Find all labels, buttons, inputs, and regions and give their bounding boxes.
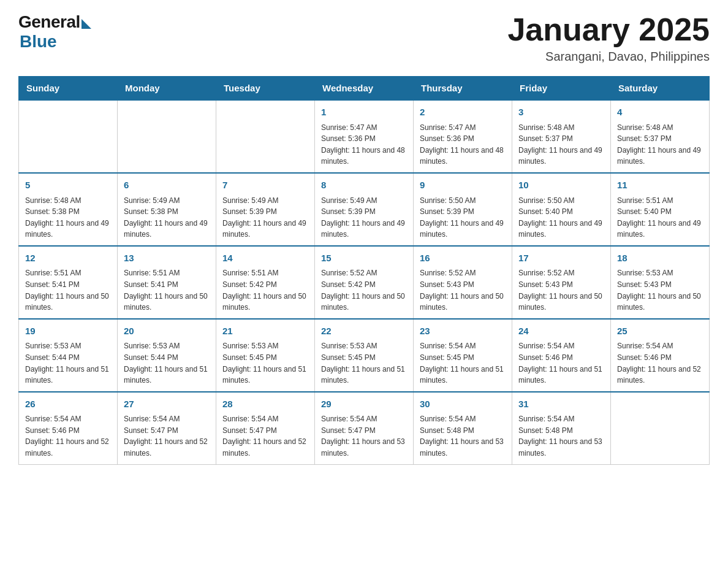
day-number: 4 [617,105,703,120]
day-info: Sunrise: 5:53 AMSunset: 5:44 PMDaylight:… [124,340,210,386]
calendar-cell: 1Sunrise: 5:47 AMSunset: 5:36 PMDaylight… [315,100,414,173]
calendar-header-thursday: Thursday [414,77,512,101]
calendar-week-1: 1Sunrise: 5:47 AMSunset: 5:36 PMDaylight… [19,100,710,173]
day-number: 1 [321,105,407,120]
day-number: 28 [222,397,308,412]
day-number: 26 [25,397,111,412]
logo-arrow-icon [82,19,91,29]
calendar-header-row: SundayMondayTuesdayWednesdayThursdayFrid… [19,77,710,101]
day-number: 29 [321,397,407,412]
month-title: January 2025 [507,12,710,47]
calendar-cell: 21Sunrise: 5:53 AMSunset: 5:45 PMDayligh… [216,319,315,392]
calendar-week-5: 26Sunrise: 5:54 AMSunset: 5:46 PMDayligh… [19,392,710,464]
day-number: 8 [321,178,407,193]
calendar-cell: 2Sunrise: 5:47 AMSunset: 5:36 PMDaylight… [414,100,512,173]
location-title: Sarangani, Davao, Philippines [507,50,710,64]
day-info: Sunrise: 5:49 AMSunset: 5:39 PMDaylight:… [321,195,407,240]
day-info: Sunrise: 5:51 AMSunset: 5:41 PMDaylight:… [25,267,111,313]
day-number: 30 [420,397,506,412]
logo-blue-text: Blue [20,32,57,52]
calendar-cell: 12Sunrise: 5:51 AMSunset: 5:41 PMDayligh… [19,246,118,319]
day-info: Sunrise: 5:53 AMSunset: 5:43 PMDaylight:… [617,267,703,313]
day-info: Sunrise: 5:54 AMSunset: 5:46 PMDaylight:… [617,340,703,386]
day-info: Sunrise: 5:51 AMSunset: 5:40 PMDaylight:… [617,195,703,240]
day-number: 24 [518,324,604,339]
calendar-cell [216,100,315,173]
day-info: Sunrise: 5:54 AMSunset: 5:47 PMDaylight:… [321,413,407,459]
calendar-week-2: 5Sunrise: 5:48 AMSunset: 5:38 PMDaylight… [19,173,710,246]
logo: General Blue [18,12,91,52]
day-number: 19 [25,324,111,339]
day-number: 6 [124,178,210,193]
day-number: 5 [25,178,111,193]
title-section: January 2025 Sarangani, Davao, Philippin… [507,12,710,64]
calendar-cell: 28Sunrise: 5:54 AMSunset: 5:47 PMDayligh… [216,392,315,464]
calendar-cell: 22Sunrise: 5:53 AMSunset: 5:45 PMDayligh… [315,319,414,392]
calendar-cell: 16Sunrise: 5:52 AMSunset: 5:43 PMDayligh… [414,246,512,319]
day-number: 14 [222,251,308,266]
calendar-cell: 24Sunrise: 5:54 AMSunset: 5:46 PMDayligh… [512,319,611,392]
calendar-cell: 14Sunrise: 5:51 AMSunset: 5:42 PMDayligh… [216,246,315,319]
day-number: 2 [420,105,506,120]
calendar-header-saturday: Saturday [611,77,710,101]
calendar-cell: 23Sunrise: 5:54 AMSunset: 5:45 PMDayligh… [414,319,512,392]
day-info: Sunrise: 5:54 AMSunset: 5:46 PMDaylight:… [518,340,604,386]
calendar-cell: 5Sunrise: 5:48 AMSunset: 5:38 PMDaylight… [19,173,118,246]
day-info: Sunrise: 5:50 AMSunset: 5:39 PMDaylight:… [420,195,506,240]
calendar-cell: 18Sunrise: 5:53 AMSunset: 5:43 PMDayligh… [611,246,710,319]
day-number: 7 [222,178,308,193]
calendar-cell [118,100,216,173]
day-info: Sunrise: 5:47 AMSunset: 5:36 PMDaylight:… [321,122,407,167]
calendar-cell: 27Sunrise: 5:54 AMSunset: 5:47 PMDayligh… [118,392,216,464]
calendar-week-3: 12Sunrise: 5:51 AMSunset: 5:41 PMDayligh… [19,246,710,319]
calendar-cell [19,100,118,173]
day-number: 31 [518,397,604,412]
day-number: 21 [222,324,308,339]
day-number: 20 [124,324,210,339]
calendar-header-monday: Monday [118,77,216,101]
day-number: 18 [617,251,703,266]
day-info: Sunrise: 5:54 AMSunset: 5:47 PMDaylight:… [222,413,308,459]
day-info: Sunrise: 5:54 AMSunset: 5:45 PMDaylight:… [420,340,506,386]
calendar-cell: 17Sunrise: 5:52 AMSunset: 5:43 PMDayligh… [512,246,611,319]
day-number: 11 [617,178,703,193]
day-info: Sunrise: 5:48 AMSunset: 5:37 PMDaylight:… [617,122,703,167]
day-info: Sunrise: 5:48 AMSunset: 5:37 PMDaylight:… [518,122,604,167]
page-header: General Blue January 2025 Sarangani, Dav… [18,12,710,64]
day-info: Sunrise: 5:52 AMSunset: 5:42 PMDaylight:… [321,267,407,313]
day-info: Sunrise: 5:47 AMSunset: 5:36 PMDaylight:… [420,122,506,167]
day-number: 17 [518,251,604,266]
day-number: 27 [124,397,210,412]
calendar-cell: 4Sunrise: 5:48 AMSunset: 5:37 PMDaylight… [611,100,710,173]
calendar-cell: 8Sunrise: 5:49 AMSunset: 5:39 PMDaylight… [315,173,414,246]
calendar-cell: 25Sunrise: 5:54 AMSunset: 5:46 PMDayligh… [611,319,710,392]
calendar-header-sunday: Sunday [19,77,118,101]
day-info: Sunrise: 5:51 AMSunset: 5:42 PMDaylight:… [222,267,308,313]
day-number: 16 [420,251,506,266]
calendar-header-wednesday: Wednesday [315,77,414,101]
day-info: Sunrise: 5:52 AMSunset: 5:43 PMDaylight:… [420,267,506,313]
calendar-cell: 29Sunrise: 5:54 AMSunset: 5:47 PMDayligh… [315,392,414,464]
calendar-cell: 26Sunrise: 5:54 AMSunset: 5:46 PMDayligh… [19,392,118,464]
day-info: Sunrise: 5:53 AMSunset: 5:45 PMDaylight:… [321,340,407,386]
calendar-cell: 6Sunrise: 5:49 AMSunset: 5:38 PMDaylight… [118,173,216,246]
day-number: 3 [518,105,604,120]
day-info: Sunrise: 5:53 AMSunset: 5:44 PMDaylight:… [25,340,111,386]
day-number: 9 [420,178,506,193]
day-info: Sunrise: 5:50 AMSunset: 5:40 PMDaylight:… [518,195,604,240]
day-number: 12 [25,251,111,266]
day-info: Sunrise: 5:49 AMSunset: 5:38 PMDaylight:… [124,195,210,240]
calendar-cell: 19Sunrise: 5:53 AMSunset: 5:44 PMDayligh… [19,319,118,392]
day-number: 25 [617,324,703,339]
day-info: Sunrise: 5:54 AMSunset: 5:47 PMDaylight:… [124,413,210,459]
calendar-cell [611,392,710,464]
day-number: 23 [420,324,506,339]
day-info: Sunrise: 5:49 AMSunset: 5:39 PMDaylight:… [222,195,308,240]
day-info: Sunrise: 5:48 AMSunset: 5:38 PMDaylight:… [25,195,111,240]
day-number: 13 [124,251,210,266]
day-info: Sunrise: 5:52 AMSunset: 5:43 PMDaylight:… [518,267,604,313]
day-info: Sunrise: 5:51 AMSunset: 5:41 PMDaylight:… [124,267,210,313]
day-info: Sunrise: 5:54 AMSunset: 5:48 PMDaylight:… [518,413,604,459]
calendar-cell: 13Sunrise: 5:51 AMSunset: 5:41 PMDayligh… [118,246,216,319]
day-info: Sunrise: 5:53 AMSunset: 5:45 PMDaylight:… [222,340,308,386]
